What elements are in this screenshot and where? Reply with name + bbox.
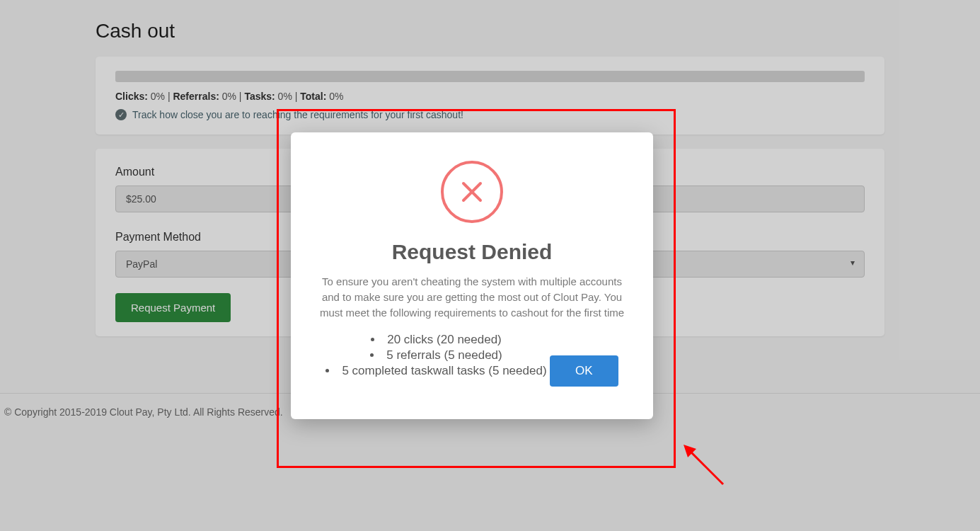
requirement-item: 20 clicks (20 needed) bbox=[325, 333, 546, 347]
modal-description: To ensure you aren't cheating the system… bbox=[312, 274, 632, 320]
modal-requirements-list: 20 clicks (20 needed) 5 referrals (5 nee… bbox=[325, 331, 546, 379]
error-x-icon bbox=[441, 161, 503, 223]
ok-button[interactable]: OK bbox=[550, 355, 618, 387]
request-denied-modal: Request Denied To ensure you aren't chea… bbox=[291, 132, 653, 419]
requirement-item: 5 referrals (5 needed) bbox=[325, 348, 546, 362]
requirement-item: 5 completed taskwall tasks (5 needed) bbox=[325, 364, 546, 378]
modal-title: Request Denied bbox=[312, 240, 632, 264]
